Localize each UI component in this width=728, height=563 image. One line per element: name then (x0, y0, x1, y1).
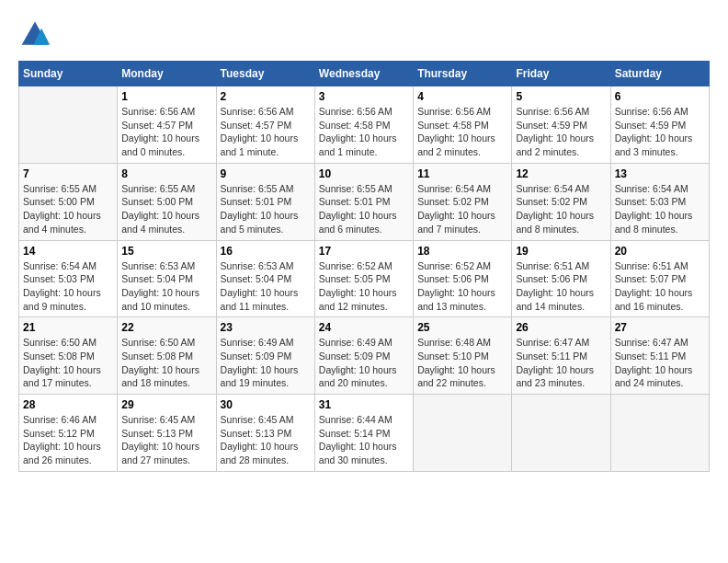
day-cell: 11Sunrise: 6:54 AMSunset: 5:02 PMDayligh… (414, 163, 512, 240)
day-cell: 5Sunrise: 6:56 AMSunset: 4:59 PMDaylight… (512, 86, 610, 164)
day-cell: 14Sunrise: 6:54 AMSunset: 5:03 PMDayligh… (19, 240, 118, 317)
day-cell: 25Sunrise: 6:48 AMSunset: 5:10 PMDayligh… (414, 317, 512, 395)
day-cell: 31Sunrise: 6:44 AMSunset: 5:14 PMDayligh… (314, 395, 413, 472)
day-number: 13 (615, 167, 705, 180)
day-info: Sunrise: 6:56 AMSunset: 4:58 PMDaylight:… (417, 105, 507, 159)
day-number: 5 (516, 90, 606, 103)
day-info: Sunrise: 6:54 AMSunset: 5:02 PMDaylight:… (417, 182, 507, 236)
day-number: 24 (319, 321, 409, 334)
day-number: 7 (23, 167, 113, 180)
day-number: 15 (121, 245, 211, 258)
day-number: 28 (23, 398, 113, 411)
day-number: 29 (121, 398, 211, 411)
day-info: Sunrise: 6:50 AMSunset: 5:08 PMDaylight:… (121, 336, 211, 390)
day-cell (19, 86, 118, 164)
day-cell: 1Sunrise: 6:56 AMSunset: 4:57 PMDaylight… (118, 86, 216, 164)
page-header (18, 18, 710, 52)
day-info: Sunrise: 6:51 AMSunset: 5:06 PMDaylight:… (516, 259, 606, 314)
day-number: 27 (615, 321, 705, 334)
day-info: Sunrise: 6:48 AMSunset: 5:10 PMDaylight:… (417, 336, 507, 390)
day-info: Sunrise: 6:47 AMSunset: 5:11 PMDaylight:… (615, 336, 705, 390)
day-info: Sunrise: 6:50 AMSunset: 5:08 PMDaylight:… (23, 336, 113, 390)
day-number: 2 (221, 90, 311, 103)
day-info: Sunrise: 6:55 AMSunset: 5:00 PMDaylight:… (121, 182, 211, 236)
day-cell: 23Sunrise: 6:49 AMSunset: 5:09 PMDayligh… (216, 317, 314, 395)
day-cell: 10Sunrise: 6:55 AMSunset: 5:01 PMDayligh… (314, 163, 413, 240)
day-cell (610, 395, 709, 472)
day-info: Sunrise: 6:55 AMSunset: 5:01 PMDaylight:… (221, 182, 311, 236)
calendar-table: Sunday Monday Tuesday Wednesday Thursday… (18, 61, 710, 472)
week-row-2: 7Sunrise: 6:55 AMSunset: 5:00 PMDaylight… (19, 163, 710, 240)
day-number: 10 (319, 167, 409, 180)
day-cell: 19Sunrise: 6:51 AMSunset: 5:06 PMDayligh… (512, 240, 610, 317)
col-tuesday: Tuesday (216, 62, 314, 86)
logo (18, 18, 55, 52)
week-row-3: 14Sunrise: 6:54 AMSunset: 5:03 PMDayligh… (19, 240, 710, 317)
day-cell: 9Sunrise: 6:55 AMSunset: 5:01 PMDaylight… (216, 163, 314, 240)
day-cell: 17Sunrise: 6:52 AMSunset: 5:05 PMDayligh… (314, 240, 413, 317)
day-number: 3 (319, 90, 409, 103)
day-number: 26 (516, 321, 606, 334)
day-info: Sunrise: 6:47 AMSunset: 5:11 PMDaylight:… (516, 336, 606, 390)
day-cell: 8Sunrise: 6:55 AMSunset: 5:00 PMDaylight… (118, 163, 216, 240)
day-number: 20 (615, 245, 705, 258)
week-row-1: 1Sunrise: 6:56 AMSunset: 4:57 PMDaylight… (19, 86, 710, 164)
day-info: Sunrise: 6:56 AMSunset: 4:58 PMDaylight:… (319, 105, 409, 159)
day-info: Sunrise: 6:55 AMSunset: 5:01 PMDaylight:… (319, 182, 409, 236)
day-number: 21 (23, 321, 113, 334)
day-number: 19 (516, 245, 606, 258)
day-cell: 27Sunrise: 6:47 AMSunset: 5:11 PMDayligh… (610, 317, 709, 395)
col-sunday: Sunday (19, 62, 118, 86)
day-number: 23 (221, 321, 311, 334)
day-cell: 22Sunrise: 6:50 AMSunset: 5:08 PMDayligh… (118, 317, 216, 395)
col-friday: Friday (512, 62, 610, 86)
calendar-body: 1Sunrise: 6:56 AMSunset: 4:57 PMDaylight… (19, 86, 710, 472)
day-cell: 3Sunrise: 6:56 AMSunset: 4:58 PMDaylight… (314, 86, 413, 164)
day-info: Sunrise: 6:55 AMSunset: 5:00 PMDaylight:… (23, 182, 113, 236)
day-info: Sunrise: 6:49 AMSunset: 5:09 PMDaylight:… (221, 336, 311, 390)
day-cell: 29Sunrise: 6:45 AMSunset: 5:13 PMDayligh… (118, 395, 216, 472)
day-cell: 6Sunrise: 6:56 AMSunset: 4:59 PMDaylight… (610, 86, 709, 164)
day-info: Sunrise: 6:56 AMSunset: 4:57 PMDaylight:… (221, 105, 311, 159)
day-cell: 26Sunrise: 6:47 AMSunset: 5:11 PMDayligh… (512, 317, 610, 395)
day-info: Sunrise: 6:56 AMSunset: 4:57 PMDaylight:… (121, 105, 211, 159)
day-number: 30 (221, 398, 311, 411)
day-cell: 13Sunrise: 6:54 AMSunset: 5:03 PMDayligh… (610, 163, 709, 240)
day-cell: 24Sunrise: 6:49 AMSunset: 5:09 PMDayligh… (314, 317, 413, 395)
day-number: 1 (121, 90, 211, 103)
day-number: 9 (221, 167, 311, 180)
day-info: Sunrise: 6:46 AMSunset: 5:12 PMDaylight:… (23, 413, 113, 467)
day-cell: 18Sunrise: 6:52 AMSunset: 5:06 PMDayligh… (414, 240, 512, 317)
week-row-5: 28Sunrise: 6:46 AMSunset: 5:12 PMDayligh… (19, 395, 710, 472)
day-cell: 30Sunrise: 6:45 AMSunset: 5:13 PMDayligh… (216, 395, 314, 472)
day-info: Sunrise: 6:52 AMSunset: 5:06 PMDaylight:… (417, 259, 507, 314)
day-info: Sunrise: 6:56 AMSunset: 4:59 PMDaylight:… (516, 105, 606, 159)
col-saturday: Saturday (610, 62, 709, 86)
day-number: 16 (221, 245, 311, 258)
day-info: Sunrise: 6:54 AMSunset: 5:02 PMDaylight:… (516, 182, 606, 236)
day-number: 8 (121, 167, 211, 180)
day-cell: 15Sunrise: 6:53 AMSunset: 5:04 PMDayligh… (118, 240, 216, 317)
day-cell: 2Sunrise: 6:56 AMSunset: 4:57 PMDaylight… (216, 86, 314, 164)
day-cell: 28Sunrise: 6:46 AMSunset: 5:12 PMDayligh… (19, 395, 118, 472)
day-number: 18 (417, 245, 507, 258)
day-info: Sunrise: 6:49 AMSunset: 5:09 PMDaylight:… (319, 336, 409, 390)
day-cell: 4Sunrise: 6:56 AMSunset: 4:58 PMDaylight… (414, 86, 512, 164)
day-number: 11 (417, 167, 507, 180)
col-thursday: Thursday (414, 62, 512, 86)
day-cell: 7Sunrise: 6:55 AMSunset: 5:00 PMDaylight… (19, 163, 118, 240)
day-number: 12 (516, 167, 606, 180)
week-row-4: 21Sunrise: 6:50 AMSunset: 5:08 PMDayligh… (19, 317, 710, 395)
day-info: Sunrise: 6:51 AMSunset: 5:07 PMDaylight:… (615, 259, 705, 314)
day-cell: 21Sunrise: 6:50 AMSunset: 5:08 PMDayligh… (19, 317, 118, 395)
logo-icon (18, 18, 51, 52)
day-info: Sunrise: 6:53 AMSunset: 5:04 PMDaylight:… (221, 259, 311, 314)
day-info: Sunrise: 6:52 AMSunset: 5:05 PMDaylight:… (319, 259, 409, 314)
day-number: 17 (319, 245, 409, 258)
header-row: Sunday Monday Tuesday Wednesday Thursday… (19, 62, 710, 86)
day-info: Sunrise: 6:45 AMSunset: 5:13 PMDaylight:… (121, 413, 211, 467)
day-number: 6 (615, 90, 705, 103)
day-cell: 16Sunrise: 6:53 AMSunset: 5:04 PMDayligh… (216, 240, 314, 317)
day-info: Sunrise: 6:44 AMSunset: 5:14 PMDaylight:… (319, 413, 409, 467)
day-number: 22 (121, 321, 211, 334)
